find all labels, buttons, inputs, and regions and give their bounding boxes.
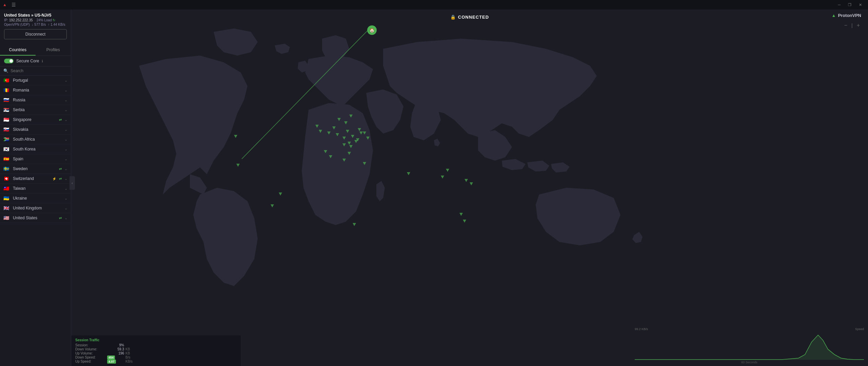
window-controls: ─ ❐ ✕ — [834, 2, 865, 8]
country-item[interactable]: 🇹🇼 Taiwan ⌄ — [0, 184, 71, 194]
country-name: Sweden — [13, 166, 56, 171]
session-value: 196 — [107, 351, 124, 355]
home-marker[interactable]: 🏠 — [367, 25, 377, 35]
tab-profiles[interactable]: Profiles — [36, 45, 71, 56]
expand-icon: ⌄ — [64, 118, 67, 122]
vpn-marker — [279, 192, 282, 196]
info-icon[interactable]: ℹ — [42, 59, 43, 63]
sidebar: United States » US-NJ#5 IP: 192.252.222.… — [0, 9, 71, 366]
zoom-out-button[interactable]: − — [843, 22, 849, 29]
vpn-marker — [354, 140, 358, 143]
country-name: Ukraine — [13, 196, 62, 201]
session-unit: KB — [125, 351, 136, 355]
country-flag: 🇹🇼 — [3, 186, 10, 191]
close-button[interactable]: ✕ — [855, 2, 865, 8]
expand-icon: ⌄ — [64, 147, 67, 151]
country-name: Switzerland — [13, 176, 50, 181]
session-label: Down Volume: — [75, 347, 106, 351]
minimize-button[interactable]: ─ — [834, 2, 844, 8]
lock-icon: 🔒 — [450, 15, 456, 20]
country-flag: 🇰🇷 — [3, 147, 10, 151]
country-item[interactable]: 🇷🇸 Serbia ⌄ — [0, 105, 71, 115]
vpn-marker — [470, 182, 473, 185]
vpn-marker — [342, 143, 346, 146]
speed-chart-svg — [635, 331, 864, 360]
zoom-divider: | — [851, 23, 853, 28]
connected-bar: 🔒 CONNECTED — [445, 13, 494, 21]
country-flag: 🇸🇰 — [3, 127, 10, 132]
vpn-marker — [363, 131, 366, 135]
vpn-marker — [324, 150, 327, 153]
vpn-marker — [407, 172, 410, 175]
country-item[interactable]: 🇰🇷 South Korea ⌄ — [0, 144, 71, 154]
chart-labels: 99.2 KB/s Speed — [635, 327, 864, 331]
expand-icon: ⌄ — [64, 137, 67, 142]
vpn-marker — [342, 137, 346, 140]
connection-country: United States » US-NJ#5 — [4, 13, 67, 18]
secure-core-row: Secure Core ℹ — [0, 56, 71, 66]
zoom-in-button[interactable]: + — [855, 22, 861, 29]
vpn-marker — [441, 176, 444, 179]
country-item[interactable]: 🇨🇭 Switzerland ⚡⇄⌄ — [0, 174, 71, 184]
sidebar-collapse-button[interactable]: ‹ — [70, 176, 75, 190]
search-input[interactable] — [11, 68, 67, 73]
session-traffic-panel: Session Traffic Session:9%Down Volume:59… — [71, 336, 241, 366]
country-name: Russia — [13, 98, 62, 102]
expand-icon: ⌄ — [64, 108, 67, 112]
session-value: 9% — [107, 343, 124, 347]
titlebar-left: ▲ ☰ — [3, 2, 18, 8]
country-item[interactable]: 🇬🇧 United Kingdom ⌄ — [0, 203, 71, 213]
expand-icon: ⌄ — [64, 88, 67, 93]
country-name: Taiwan — [13, 186, 62, 191]
session-unit: KB — [125, 347, 136, 351]
country-flag: 🇬🇧 — [3, 206, 10, 210]
speed-chart: 99.2 KB/s Speed 60 Seconds — [631, 325, 868, 366]
vpn-marker — [349, 115, 353, 118]
country-flag: 🇺🇸 — [3, 216, 10, 220]
vpn-marker — [353, 223, 356, 226]
chart-area — [635, 331, 864, 360]
vpn-marker — [348, 152, 351, 155]
expand-icon: ⌄ — [64, 177, 67, 181]
country-item[interactable]: 🇷🇺 Russia ⌄ — [0, 95, 71, 105]
session-unit — [125, 343, 136, 347]
expand-icon: ⌄ — [64, 98, 67, 102]
vpn-marker — [236, 164, 240, 167]
pin-icon: ⚡ — [52, 177, 56, 181]
expand-icon: ⌄ — [64, 196, 67, 201]
country-flag: 🇿🇦 — [3, 137, 10, 142]
vpn-marker — [346, 130, 349, 133]
session-traffic-title: Session Traffic — [75, 338, 237, 342]
country-item[interactable]: 🇿🇦 South Africa ⌄ — [0, 135, 71, 144]
country-item[interactable]: 🇪🇸 Spain ⌄ — [0, 154, 71, 164]
hamburger-menu-button[interactable]: ☰ — [9, 2, 18, 8]
country-item[interactable]: 🇷🇴 Romania ⌄ — [0, 85, 71, 95]
secure-core-toggle[interactable] — [4, 59, 14, 63]
country-item[interactable]: 🇸🇪 Sweden ⇄⌄ — [0, 164, 71, 174]
country-name: United Kingdom — [13, 206, 62, 210]
tab-countries[interactable]: Countries — [0, 45, 36, 56]
proton-controls: − | + — [843, 22, 861, 29]
expand-icon: ⌄ — [64, 78, 67, 83]
connection-header: United States » US-NJ#5 IP: 192.252.222.… — [0, 9, 71, 45]
maximize-button[interactable]: ❐ — [845, 2, 855, 8]
country-item[interactable]: 🇸🇬 Singapore ⇄⌄ — [0, 115, 71, 125]
vpn-marker — [363, 162, 366, 165]
vpn-marker — [319, 130, 322, 133]
country-item[interactable]: 🇵🇹 Portugal ⌄ — [0, 76, 71, 85]
special-icon: ⇄ — [59, 216, 62, 220]
vpn-marker — [329, 155, 332, 158]
vpn-marker — [315, 125, 319, 128]
vpn-marker — [332, 126, 336, 129]
connection-protocol: OpenVPN (UDP) ↓ 577 B/s ↑ 1.44 KB/s — [4, 23, 67, 26]
disconnect-button[interactable]: Disconnect — [4, 29, 67, 39]
country-item[interactable]: 🇺🇦 Ukraine ⌄ — [0, 194, 71, 203]
country-item[interactable]: 🇺🇸 United States ⇄⌄ — [0, 213, 71, 223]
special-icon: ⇄ — [59, 167, 62, 171]
country-item[interactable]: 🇸🇰 Slovakia ⌄ — [0, 125, 71, 135]
svg-marker-3 — [635, 335, 864, 360]
vpn-marker — [446, 169, 449, 172]
vpn-marker — [465, 179, 468, 182]
expand-icon: ⌄ — [64, 157, 67, 161]
country-name: South Africa — [13, 137, 62, 142]
